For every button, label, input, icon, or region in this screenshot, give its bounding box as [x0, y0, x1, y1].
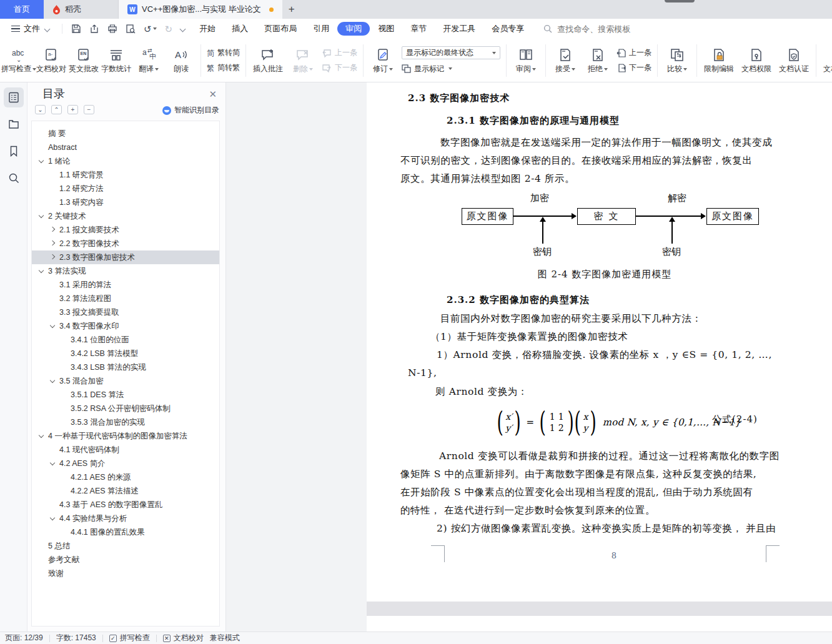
- review-button[interactable]: 审阅: [510, 41, 542, 80]
- export-icon[interactable]: [89, 24, 99, 34]
- doc-heading-2-3-2[interactable]: 2.3.2 数字图像加密的典型算法: [447, 294, 590, 306]
- menu-item[interactable]: 开始: [191, 22, 224, 36]
- next-change-button[interactable]: 下一条: [617, 62, 651, 74]
- tab-document[interactable]: W VC++图像加密...与实现 毕业论文: [119, 0, 282, 19]
- toc-item[interactable]: 3.1 采用的算法: [32, 278, 219, 292]
- read-aloud-button[interactable]: A 朗读: [165, 41, 197, 80]
- smart-toc-button[interactable]: 智能识别目录: [162, 105, 219, 116]
- document-page-8[interactable]: 2.3 数字图像加密技术 2.3.1 数字图像加密的原理与通用模型 数字图像加密…: [367, 82, 832, 602]
- translate-button[interactable]: a中⇄ 翻译: [132, 41, 165, 80]
- toc-expand-arrow-icon[interactable]: [39, 213, 44, 218]
- toc-item[interactable]: 5 总结: [32, 539, 219, 553]
- toc-collapse-button[interactable]: −: [84, 105, 94, 114]
- doc-paragraph-line[interactable]: 不可识别的密文，达到图像保密的目的。在接收端采用相应的算法解密，恢复出: [400, 152, 800, 170]
- toc-item[interactable]: 3.5.3 混合加密的实现: [32, 415, 219, 429]
- word-count-button[interactable]: 字数统计: [100, 41, 132, 80]
- show-markup-button[interactable]: 显示标记: [402, 63, 500, 74]
- doc-paragraph-line[interactable]: 原文。其通用算法模型如图 2-4 所示。: [400, 170, 800, 188]
- command-search-input[interactable]: [556, 24, 643, 34]
- doc-paragraph-line[interactable]: 1）Arnold 变换，俗称猫脸变换. 设像素的坐标 x ，y ∈S = {0,…: [400, 346, 800, 364]
- doc-paragraph-line[interactable]: Arnold 变换可以看做是裁剪和拼接的过程。通过这一过程将离散化的数字图: [400, 447, 800, 465]
- save-icon[interactable]: [71, 24, 81, 34]
- menu-item[interactable]: 开发工具: [435, 22, 483, 36]
- toc-item[interactable]: 3.5.1 DES 算法: [32, 388, 219, 402]
- doc-paragraph-line[interactable]: 在开始阶段 S 中像素点的位置变化会出现相当程度的混乱, 但由于动力系统固有: [400, 483, 800, 502]
- toc-item[interactable]: 1.2 研究方法: [32, 182, 219, 196]
- toc-item[interactable]: 3.4 数字图像水印: [32, 319, 219, 333]
- trad-to-simp-button[interactable]: 简繁转简: [207, 47, 240, 59]
- toc-expand-arrow-icon[interactable]: [39, 158, 44, 163]
- simp-to-trad-button[interactable]: 繁简转繁: [207, 62, 240, 74]
- next-comment-button[interactable]: 下一条: [322, 62, 357, 74]
- close-icon[interactable]: ✕: [209, 89, 217, 100]
- doc-permission-button[interactable]: 文档权限: [738, 41, 775, 80]
- toc-item[interactable]: 4.4.1 图像的置乱效果: [32, 525, 219, 539]
- toc-item[interactable]: 3.4.3 LSB 算法的实现: [32, 360, 219, 374]
- toc-item[interactable]: 1 绪论: [32, 154, 219, 168]
- prev-comment-button[interactable]: 上一条: [322, 47, 357, 59]
- toc-expand-arrow-icon[interactable]: [39, 433, 44, 438]
- toc-collapse-all-button[interactable]: ⌄: [35, 105, 46, 114]
- file-menu[interactable]: 文件: [24, 23, 40, 34]
- toc-item[interactable]: 3.2 算法流程图: [32, 292, 219, 305]
- doc-heading-2-3[interactable]: 2.3 数字图像加密技术: [408, 92, 510, 104]
- toc-item[interactable]: 3.5 混合加密: [32, 374, 219, 388]
- bookmark-panel-button[interactable]: [4, 141, 24, 161]
- toc-item[interactable]: 4.2.2 AES 算法描述: [32, 484, 219, 498]
- undo-button[interactable]: ↺: [144, 24, 157, 34]
- spell-check-toggle[interactable]: ✓ 拼写检查: [109, 633, 150, 643]
- toc-expand-arrow-icon[interactable]: [50, 515, 55, 520]
- prev-change-button[interactable]: 上一条: [617, 47, 651, 59]
- toc-expand-arrow-icon[interactable]: [50, 254, 55, 259]
- reject-button[interactable]: 拒绝: [582, 41, 614, 80]
- toc-item[interactable]: Abstract: [32, 141, 219, 154]
- doc-finalize-button[interactable]: 文档定稿: [820, 41, 832, 80]
- toc-expand-arrow-icon[interactable]: [50, 378, 55, 383]
- redo-icon[interactable]: ↻: [165, 24, 173, 34]
- toc-item[interactable]: 4.4 实验结果与分析: [32, 512, 219, 525]
- menu-item[interactable]: 插入: [224, 22, 256, 36]
- print-icon[interactable]: [107, 24, 117, 34]
- doc-paragraph-line[interactable]: 像矩阵 S 中的点重新排列。由于离散数字图像是有限点集, 这种反复变换的结果,: [400, 465, 800, 483]
- command-search[interactable]: [543, 24, 643, 34]
- toc-expand-arrow-icon[interactable]: [50, 240, 55, 245]
- arnold-formula[interactable]: ( x′y′ ) = ( 11 12 ) ( xy ) mod N, x, y …: [495, 405, 741, 440]
- toc-item[interactable]: 2 关键技术: [32, 209, 219, 223]
- toc-item[interactable]: 4.1 现代密码体制: [32, 443, 219, 457]
- spell-check-button[interactable]: abc⌄ 拼写检查: [2, 41, 35, 80]
- tab-home[interactable]: 首页: [0, 0, 44, 19]
- toc-item[interactable]: 3 算法实现: [32, 264, 219, 278]
- material-panel-button[interactable]: [4, 114, 24, 134]
- find-panel-button[interactable]: [4, 168, 24, 188]
- doc-paragraph-line[interactable]: 则 Arnold 变换为：: [435, 383, 528, 401]
- toc-item[interactable]: 4.3 基于 AES 的数字图像置乱: [32, 498, 219, 512]
- outline-panel-button[interactable]: [4, 87, 24, 107]
- new-tab-button[interactable]: +: [282, 0, 301, 19]
- qat-more-icon[interactable]: [180, 26, 186, 32]
- compare-button[interactable]: 比较: [661, 41, 693, 80]
- toc-item[interactable]: 3.4.2 LSB 算法模型: [32, 347, 219, 360]
- compat-mode-button[interactable]: 兼容模式: [210, 633, 240, 643]
- toc-item[interactable]: 2.3 数字图像加密技术: [32, 250, 219, 264]
- english-correct-button[interactable]: EN 英文批改: [67, 41, 100, 80]
- doc-paragraph-line[interactable]: 2) 按幻方做图像像素置乱变换。这种变换实质上是矩阵的初等变换， 并且由: [437, 520, 776, 538]
- toc-item[interactable]: 1.3 研究内容: [32, 196, 219, 209]
- accept-button[interactable]: 接受: [549, 41, 582, 80]
- doc-paragraph-line[interactable]: 数字图像加密就是在发送端采用一定的算法作用于一幅图像明文，使其变成: [400, 134, 800, 152]
- file-chevron-icon[interactable]: [44, 26, 51, 32]
- menu-item[interactable]: 引用: [305, 22, 337, 36]
- toc-item[interactable]: 2.2 数字图像技术: [32, 237, 219, 250]
- tab-docer[interactable]: 稻壳: [44, 0, 119, 19]
- toc-expand-arrow-icon[interactable]: [50, 460, 55, 465]
- encryption-model-diagram[interactable]: 加密 解密 原文图像 密 文 原文图像 密钥 密钥 图 2-4 数字图像加密通用…: [367, 189, 832, 282]
- toc-expand-button[interactable]: +: [67, 105, 78, 114]
- toc-item[interactable]: 1.1 研究背景: [32, 168, 219, 182]
- hamburger-icon[interactable]: [11, 26, 20, 32]
- doc-paragraph-line[interactable]: 目前国内外对数字图像加密的研究主要采用以下几种方法：: [440, 310, 702, 328]
- toc-item[interactable]: 3.4.1 位图的位面: [32, 333, 219, 347]
- toc-item[interactable]: 2.1 报文摘要技术: [32, 223, 219, 237]
- toc-expand-arrow-icon[interactable]: [39, 268, 44, 273]
- menu-item[interactable]: 页面布局: [256, 22, 305, 36]
- menu-item[interactable]: 会员专享: [483, 22, 532, 36]
- track-changes-button[interactable]: 修订: [367, 41, 399, 80]
